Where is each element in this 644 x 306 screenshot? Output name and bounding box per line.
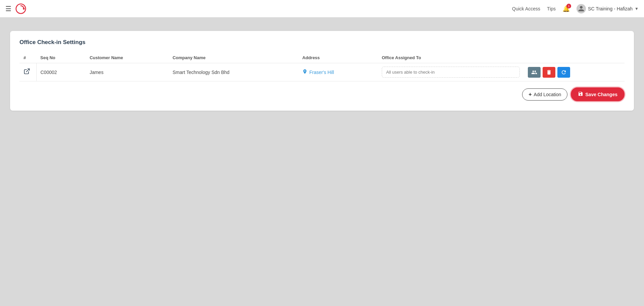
external-link-icon[interactable] [24,69,30,76]
bell-wrapper[interactable]: 🔔 1 [562,5,570,12]
cell-external-link[interactable] [19,63,36,81]
col-company-name: Company Name [169,52,298,63]
cell-address[interactable]: Fraser's Hill [298,63,378,81]
quick-access-link[interactable]: Quick Access [512,6,540,11]
user-name-label: SC Training - Hafizah [588,6,633,11]
col-customer-name: Customer Name [86,52,169,63]
delete-button[interactable] [543,67,555,78]
card-footer: + Add Location Save Changes [19,87,625,101]
table-row: C00002 James Smart Technology Sdn Bhd Fr… [19,63,625,81]
col-hash: # [19,52,36,63]
row-actions [528,67,620,78]
cell-company-name: Smart Technology Sdn Bhd [169,63,298,81]
col-office-assigned: Office Assigned To [378,52,524,63]
col-actions [524,52,625,63]
table-header-row: # Seq No Customer Name Company Name Addr… [19,52,625,63]
add-location-label: Add Location [534,92,561,97]
save-changes-button[interactable]: Save Changes [571,87,625,101]
cell-office-assigned[interactable] [378,63,524,81]
manage-users-button[interactable] [528,67,541,78]
user-section[interactable]: SC Training - Hafizah ▼ [577,4,639,13]
navbar: ☰ Quick Access Tips 🔔 1 SC Training - Ha… [0,0,644,17]
cell-row-actions [524,63,625,81]
plus-icon: + [528,91,532,98]
card-title: Office Check-in Settings [19,39,625,46]
save-icon [578,91,583,98]
navbar-left: ☰ [5,3,26,14]
bell-badge: 1 [566,4,571,8]
col-address: Address [298,52,378,63]
navbar-right: Quick Access Tips 🔔 1 SC Training - Hafi… [512,4,639,13]
cell-seq-no: C00002 [36,63,86,81]
address-link[interactable]: Fraser's Hill [302,69,374,76]
logo [15,3,26,14]
settings-card: Office Check-in Settings # Seq No Custom… [10,31,634,111]
address-text: Fraser's Hill [309,70,334,75]
cell-customer-name: James [86,63,169,81]
save-changes-label: Save Changes [585,92,617,97]
main-content: Office Check-in Settings # Seq No Custom… [0,17,644,124]
col-seq-no: Seq No [36,52,86,63]
office-assigned-input[interactable] [382,67,520,78]
chevron-down-icon: ▼ [635,6,639,11]
svg-point-1 [23,8,25,9]
tips-link[interactable]: Tips [547,6,556,11]
svg-line-2 [26,69,29,72]
refresh-button[interactable] [557,67,570,78]
settings-table: # Seq No Customer Name Company Name Addr… [19,52,625,81]
add-location-button[interactable]: + Add Location [522,88,567,101]
avatar [577,4,586,13]
hamburger-icon[interactable]: ☰ [5,5,11,13]
location-pin-icon [302,69,308,76]
